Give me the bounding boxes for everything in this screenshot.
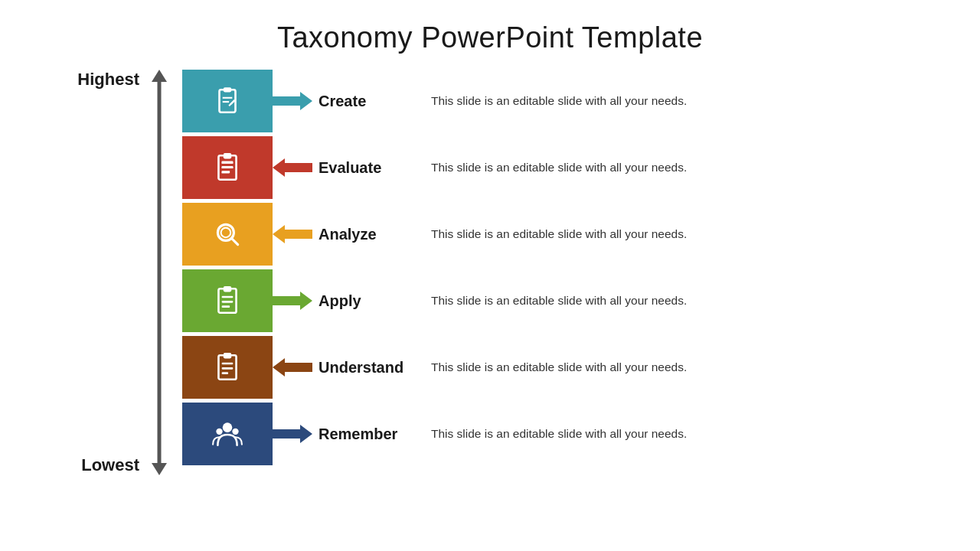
label-highest: Highest xyxy=(77,70,139,90)
axis-arrow-bottom xyxy=(152,463,167,475)
svg-rect-27 xyxy=(224,353,232,358)
label-evaluate: Evaluate xyxy=(312,159,431,177)
arrow-analyze xyxy=(273,225,312,243)
desc-evaluate: This slide is an editable slide with all… xyxy=(431,161,687,174)
label-apply: Apply xyxy=(312,292,431,310)
svg-marker-25 xyxy=(273,292,312,310)
label-analyze: Analyze xyxy=(312,226,431,243)
arrow-understand xyxy=(273,358,312,377)
main-body: Highest Lowest Crea xyxy=(69,70,911,475)
desc-understand: This slide is an editable slide with all… xyxy=(431,360,687,374)
label-lowest: Lowest xyxy=(81,455,139,475)
svg-marker-31 xyxy=(273,358,312,377)
color-box-understand xyxy=(182,336,273,399)
svg-rect-29 xyxy=(222,367,234,370)
svg-rect-8 xyxy=(224,153,232,158)
arrow-create xyxy=(273,92,312,110)
svg-line-5 xyxy=(229,100,234,106)
slide: Taxonomy PowerPoint Template Highest Low… xyxy=(0,0,980,551)
color-box-analyze xyxy=(182,203,273,266)
arrow-evaluate xyxy=(273,158,312,177)
row-item-evaluate: Evaluate This slide is an editable slide… xyxy=(182,136,687,199)
label-create: Create xyxy=(312,93,431,110)
label-understand: Understand xyxy=(312,359,431,377)
svg-rect-28 xyxy=(222,363,234,365)
desc-remember: This slide is an editable slide with all… xyxy=(431,427,687,441)
svg-rect-1 xyxy=(224,87,232,92)
svg-rect-30 xyxy=(222,372,228,374)
svg-point-33 xyxy=(216,429,222,435)
row-item-create: Create This slide is an editable slide w… xyxy=(182,70,687,132)
svg-point-34 xyxy=(232,429,238,435)
rows-section: Create This slide is an editable slide w… xyxy=(182,70,687,465)
svg-rect-22 xyxy=(222,296,234,298)
row-item-remember: Remember This slide is an editable slide… xyxy=(182,403,687,465)
svg-rect-13 xyxy=(222,166,234,168)
svg-marker-35 xyxy=(273,425,312,443)
label-remember: Remember xyxy=(312,425,431,443)
svg-rect-24 xyxy=(222,305,230,308)
svg-marker-19 xyxy=(273,225,312,243)
arrow-apply xyxy=(273,292,312,310)
left-section: Highest Lowest xyxy=(69,70,173,475)
axis-labels: Highest Lowest xyxy=(69,70,145,475)
color-box-evaluate xyxy=(182,136,273,199)
svg-point-17 xyxy=(221,228,231,238)
svg-rect-23 xyxy=(222,301,234,303)
desc-apply: This slide is an editable slide with all… xyxy=(431,294,687,308)
row-item-apply: Apply This slide is an editable slide wi… xyxy=(182,269,687,332)
color-box-create xyxy=(182,70,273,132)
row-item-analyze: Analyze This slide is an editable slide … xyxy=(182,203,687,266)
svg-marker-6 xyxy=(273,92,312,110)
arrow-remember xyxy=(273,425,312,443)
svg-rect-12 xyxy=(222,161,234,164)
color-box-apply xyxy=(182,269,273,332)
desc-create: This slide is an editable slide with all… xyxy=(431,94,687,108)
svg-rect-21 xyxy=(224,286,232,292)
slide-title: Taxonomy PowerPoint Template xyxy=(277,21,703,54)
svg-point-32 xyxy=(223,422,233,432)
desc-analyze: This slide is an editable slide with all… xyxy=(431,227,687,241)
svg-rect-14 xyxy=(222,171,230,173)
row-item-understand: Understand This slide is an editable sli… xyxy=(182,336,687,399)
svg-line-18 xyxy=(231,238,237,244)
axis-line xyxy=(158,79,162,466)
color-box-remember xyxy=(182,403,273,465)
svg-marker-15 xyxy=(273,158,312,177)
axis-section xyxy=(145,70,173,475)
